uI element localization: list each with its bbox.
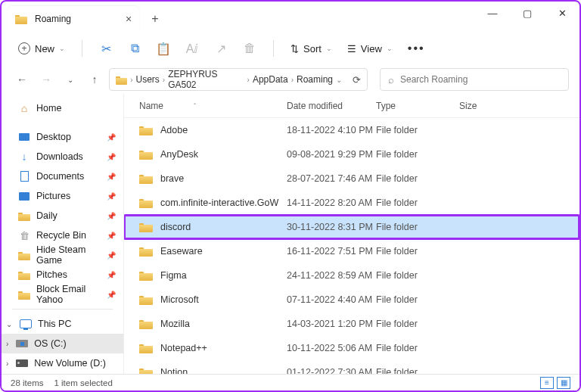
sidebar-item-hide-steam-game[interactable]: Hide Steam Game📌 — [2, 245, 123, 265]
breadcrumb[interactable]: Roaming — [297, 74, 333, 85]
item-count: 28 items — [11, 378, 43, 387]
sidebar: ⌂ Home Desktop📌↓Downloads📌Documents📌Pict… — [2, 94, 124, 377]
file-date: 30-11-2022 8:31 PM — [287, 222, 376, 232]
table-row[interactable]: Notepad++10-11-2022 5:06 AMFile folder — [124, 336, 579, 360]
sidebar-item-label: Downloads — [36, 151, 83, 162]
file-list: Adobe18-11-2022 4:10 PMFile folderAnyDes… — [124, 118, 579, 377]
table-row[interactable]: discord30-11-2022 8:31 PMFile folder — [124, 215, 579, 239]
chevron-right-icon: › — [6, 340, 8, 348]
delete-icon[interactable]: 🗑 — [237, 37, 263, 60]
file-type: File folder — [376, 319, 459, 329]
up-button[interactable]: ↑ — [85, 69, 104, 90]
pic-icon — [18, 192, 30, 201]
sidebar-item-daily[interactable]: Daily📌 — [2, 206, 123, 226]
sidebar-item-desktop[interactable]: Desktop📌 — [2, 127, 123, 147]
sort-button[interactable]: ⇅ Sort ⌄ — [284, 43, 338, 54]
sidebar-item-home[interactable]: ⌂ Home — [2, 98, 123, 118]
column-date[interactable]: Date modified — [287, 101, 376, 111]
sidebar-item-block-email-yahoo[interactable]: Block Email Yahoo📌 — [2, 285, 123, 304]
details-view-icon[interactable]: ≡ — [540, 377, 554, 389]
sidebar-item-downloads[interactable]: ↓Downloads📌 — [2, 147, 123, 166]
dl-icon: ↓ — [18, 151, 30, 163]
pin-icon: 📌 — [107, 153, 116, 161]
view-icon: ☰ — [347, 43, 356, 54]
folder-icon — [116, 75, 127, 85]
more-button[interactable]: ••• — [402, 42, 431, 55]
table-row[interactable]: Figma24-11-2022 8:59 AMFile folder — [124, 263, 579, 288]
sidebar-item-recycle-bin[interactable]: 🗑Recycle Bin📌 — [2, 226, 123, 245]
sidebar-item-pitches[interactable]: Pitches📌 — [2, 265, 123, 285]
search-box[interactable]: ⌕ — [380, 68, 569, 91]
chevron-right-icon: › — [6, 359, 8, 368]
close-tab-icon[interactable]: × — [126, 13, 132, 25]
sidebar-item-pictures[interactable]: Pictures📌 — [2, 186, 123, 206]
file-name: discord — [160, 222, 287, 232]
drive-icon — [16, 359, 28, 367]
sidebar-item-drive[interactable]: ›OS (C:) — [2, 334, 123, 353]
table-row[interactable]: AnyDesk09-08-2021 9:29 PMFile folder — [124, 142, 579, 166]
rename-icon[interactable]: Aⅈ — [179, 37, 205, 60]
minimize-button[interactable]: — — [475, 2, 510, 24]
file-type: File folder — [376, 173, 459, 184]
folder-icon — [18, 290, 30, 300]
doc-icon — [18, 171, 30, 182]
pin-icon: 📌 — [107, 192, 116, 201]
table-row[interactable]: Adobe18-11-2022 4:10 PMFile folder — [124, 118, 579, 142]
sidebar-item-documents[interactable]: Documents📌 — [2, 166, 123, 186]
table-row[interactable]: Microsoft07-11-2022 4:40 AMFile folder — [124, 288, 579, 312]
search-input[interactable] — [400, 74, 561, 85]
search-icon: ⌕ — [388, 74, 394, 86]
table-row[interactable]: Easeware16-11-2022 7:51 PMFile folder — [124, 239, 579, 263]
table-row[interactable]: Mozilla14-03-2021 1:20 PMFile folder — [124, 312, 579, 336]
table-row[interactable]: com.infinite-interactive.GoW14-11-2022 8… — [124, 191, 579, 215]
home-icon: ⌂ — [18, 102, 30, 114]
close-button[interactable]: ✕ — [545, 2, 579, 24]
column-type[interactable]: Type — [376, 101, 459, 111]
file-date: 28-07-2021 7:46 AM — [287, 173, 376, 184]
sidebar-item-label: Pitches — [36, 269, 67, 280]
file-name: brave — [160, 173, 287, 184]
cut-icon[interactable]: ✂ — [93, 37, 119, 60]
file-date: 18-11-2022 4:10 PM — [287, 125, 376, 135]
file-name: Adobe — [160, 125, 287, 135]
tab-title: Roaming — [35, 14, 118, 24]
file-date: 24-11-2022 8:59 AM — [287, 270, 376, 281]
column-name[interactable]: Nameˆ — [139, 101, 287, 111]
pin-icon: 📌 — [107, 251, 116, 260]
sidebar-item-drive[interactable]: ›New Volume (D:) — [2, 353, 123, 373]
table-row[interactable]: brave28-07-2021 7:46 AMFile folder — [124, 166, 579, 191]
folder-icon — [139, 246, 153, 257]
file-name: Microsoft — [160, 294, 287, 305]
breadcrumb[interactable]: AppData — [253, 74, 288, 85]
sidebar-item-label: Recycle Bin — [36, 230, 86, 241]
file-type: File folder — [376, 294, 459, 305]
file-name: Figma — [160, 270, 287, 281]
back-button[interactable]: ← — [12, 69, 32, 90]
paste-icon[interactable]: 📋 — [151, 37, 176, 60]
sidebar-item-label: Daily — [36, 210, 57, 221]
folder-icon — [139, 319, 153, 329]
maximize-button[interactable]: ▢ — [510, 2, 545, 24]
column-headers: Nameˆ Date modified Type Size — [124, 94, 579, 118]
address-bar[interactable]: › Users › ZEPHYRUS GA502 › AppData › Roa… — [109, 68, 368, 91]
new-tab-button[interactable]: + — [151, 12, 158, 26]
column-size[interactable]: Size — [459, 101, 505, 111]
breadcrumb[interactable]: ZEPHYRUS GA502 — [168, 69, 244, 90]
recent-chevron-icon[interactable]: ⌄ — [61, 69, 80, 90]
thumbnails-view-icon[interactable]: ▦ — [557, 377, 570, 389]
share-icon[interactable]: ↗ — [208, 37, 234, 60]
plus-icon: + — [18, 42, 30, 54]
folder-icon — [15, 14, 27, 24]
copy-icon[interactable]: ⧉ — [122, 37, 148, 60]
tab-roaming[interactable]: Roaming × — [8, 6, 139, 32]
file-type: File folder — [376, 125, 459, 135]
chevron-down-icon: ⌄ — [59, 45, 65, 52]
view-button[interactable]: ☰ View ⌄ — [341, 43, 399, 54]
file-date: 16-11-2022 7:51 PM — [287, 246, 376, 257]
breadcrumb[interactable]: Users — [135, 74, 159, 85]
forward-button[interactable]: → — [36, 69, 56, 90]
address-dropdown-icon[interactable]: ⌄ — [336, 76, 342, 84]
refresh-icon[interactable]: ⟳ — [353, 74, 361, 86]
sidebar-item-this-pc[interactable]: ⌄ This PC — [2, 314, 123, 334]
new-button[interactable]: + New ⌄ — [12, 39, 71, 58]
